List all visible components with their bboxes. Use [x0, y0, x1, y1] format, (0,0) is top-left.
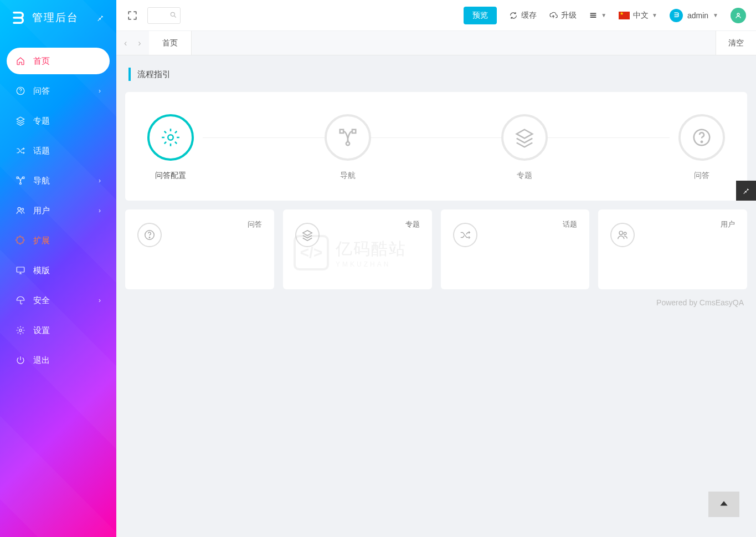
nav-label: 导航 — [33, 176, 50, 186]
step-circle — [501, 114, 548, 161]
chevron-right-icon: › — [99, 87, 101, 95]
scroll-top-button[interactable] — [708, 492, 739, 517]
svg-point-22 — [149, 237, 150, 238]
sidebar-item-layers[interactable]: 专题 — [7, 108, 110, 134]
flow-step-layers[interactable]: 专题 — [501, 114, 548, 181]
sidebar-item-vector[interactable]: 导航› — [7, 167, 110, 194]
card-shuffle[interactable]: 话题 — [441, 209, 590, 289]
card-layers[interactable]: 专题 — [283, 209, 432, 289]
svg-rect-11 — [590, 13, 596, 14]
step-label: 问答 — [694, 171, 709, 181]
sidebar-item-umbrella[interactable]: 安全› — [7, 287, 110, 314]
flow-step-help[interactable]: 问答 — [678, 114, 725, 181]
svg-point-20 — [701, 141, 703, 143]
caret-down-icon: ▼ — [601, 12, 606, 18]
umbrella-icon — [16, 295, 25, 305]
chevron-right-icon: › — [99, 177, 101, 185]
svg-rect-17 — [352, 130, 356, 133]
svg-point-5 — [18, 207, 20, 210]
user-dropdown[interactable]: admin ▼ — [670, 9, 718, 22]
caret-down-icon: ▼ — [713, 12, 718, 18]
topbar-right: 预览 缓存 升级 ▼ 中文 ▼ admin — [464, 7, 746, 24]
tab-clear-button[interactable]: 清空 — [716, 31, 756, 55]
monitor-icon — [16, 265, 25, 275]
svg-point-8 — [19, 329, 22, 332]
sidebar: 管理后台 首页问答›专题话题导航›用户›扩展模版安全›设置退出 — [0, 0, 116, 537]
main: 预览 缓存 升级 ▼ 中文 ▼ admin — [116, 0, 756, 537]
step-circle — [147, 114, 194, 161]
nav-label: 话题 — [33, 146, 50, 156]
flow-panel: 问答配置导航专题问答 — [125, 92, 747, 201]
card-help[interactable]: 问答 — [125, 209, 274, 289]
svg-point-14 — [737, 13, 739, 16]
right-pin-button[interactable] — [736, 181, 756, 201]
layers-icon — [16, 116, 25, 126]
fullscreen-icon[interactable] — [126, 9, 138, 22]
svg-rect-13 — [590, 17, 596, 18]
card-users[interactable]: 用户 — [598, 209, 747, 289]
tab-next-icon[interactable]: › — [138, 38, 141, 48]
sidebar-item-monitor[interactable]: 模版 — [7, 257, 110, 284]
tab-home[interactable]: 首页 — [149, 31, 192, 55]
section-title: 流程指引 — [128, 68, 744, 81]
user-avatar-icon — [670, 9, 683, 22]
svg-point-23 — [619, 231, 623, 234]
svg-point-24 — [624, 232, 627, 235]
nav-label: 用户 — [33, 206, 50, 216]
sidebar-title: 管理后台 — [32, 11, 79, 25]
cache-link[interactable]: 缓存 — [509, 11, 537, 21]
sidebar-item-help[interactable]: 问答› — [7, 78, 110, 104]
flow-step-vector[interactable]: 导航 — [325, 114, 371, 181]
tab-arrows: ‹ › — [116, 31, 149, 55]
svg-point-1 — [20, 93, 20, 93]
pin-icon[interactable] — [94, 12, 106, 24]
sidebar-item-shuffle[interactable]: 话题 — [7, 137, 110, 164]
upgrade-link[interactable]: 升级 — [549, 11, 577, 21]
nav-label: 专题 — [33, 116, 50, 126]
search-icon[interactable] — [169, 11, 177, 19]
nav-label: 问答 — [33, 86, 50, 96]
language-dropdown[interactable]: 中文 ▼ — [619, 11, 657, 21]
nav-label: 首页 — [33, 56, 50, 67]
preview-button[interactable]: 预览 — [464, 7, 497, 24]
shuffle-icon — [16, 146, 25, 156]
svg-point-15 — [168, 135, 173, 140]
shuffle-icon — [453, 223, 477, 247]
sidebar-item-puzzle[interactable]: 扩展 — [7, 227, 110, 254]
sidebar-item-gear[interactable]: 设置 — [7, 317, 110, 344]
nav-label: 设置 — [33, 325, 50, 336]
tabbar: ‹ › 首页 清空 — [116, 31, 756, 55]
search-box — [147, 7, 258, 24]
svg-rect-12 — [590, 14, 596, 16]
logo-icon — [10, 10, 25, 25]
power-icon — [16, 355, 25, 365]
footer-text: Powered by CmsEasyQA — [116, 289, 756, 316]
layers-icon — [295, 223, 320, 247]
svg-rect-2 — [17, 177, 18, 178]
card-row: 问答专题话题用户 — [125, 209, 747, 289]
sidebar-item-home[interactable]: 首页 — [7, 48, 110, 74]
home-icon — [16, 56, 25, 66]
sidebar-item-power[interactable]: 退出 — [7, 347, 110, 374]
users-icon — [610, 223, 635, 247]
card-label: 问答 — [248, 219, 262, 229]
support-icon[interactable] — [731, 8, 746, 23]
step-circle — [678, 114, 725, 161]
svg-rect-16 — [340, 130, 343, 133]
step-label: 问答配置 — [155, 171, 186, 181]
svg-line-10 — [174, 16, 176, 17]
svg-rect-3 — [23, 177, 24, 178]
database-dropdown[interactable]: ▼ — [589, 11, 606, 20]
flow-step-gear[interactable]: 问答配置 — [147, 114, 194, 181]
nav-list: 首页问答›专题话题导航›用户›扩展模版安全›设置退出 — [0, 35, 116, 389]
section-header: 流程指引 — [116, 55, 756, 86]
card-label: 专题 — [405, 219, 420, 229]
content: 流程指引 问答配置导航专题问答 问答专题话题用户 Powered by CmsE… — [116, 55, 756, 537]
gear-icon — [16, 325, 25, 335]
topbar: 预览 缓存 升级 ▼ 中文 ▼ admin — [116, 0, 756, 31]
tab-prev-icon[interactable]: ‹ — [124, 38, 127, 48]
sidebar-item-users[interactable]: 用户› — [7, 197, 110, 224]
step-label: 专题 — [517, 171, 532, 181]
nav-label: 模版 — [33, 265, 50, 276]
users-icon — [16, 206, 25, 216]
